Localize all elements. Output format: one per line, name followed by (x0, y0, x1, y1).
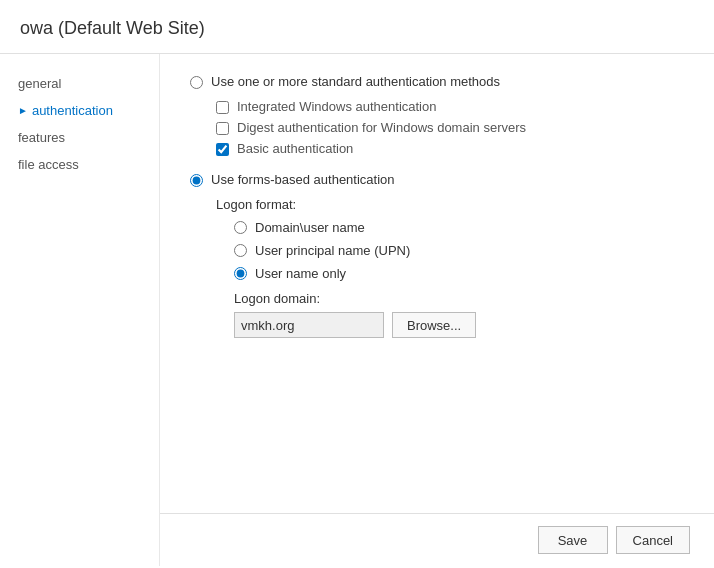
save-button[interactable]: Save (538, 526, 608, 554)
sidebar-item-general[interactable]: general (0, 70, 159, 97)
sidebar-item-label: authentication (32, 103, 113, 118)
standard-auth-label: Use one or more standard authentication … (211, 74, 500, 89)
digest-item: Digest authentication for Windows domain… (216, 120, 684, 135)
browse-button[interactable]: Browse... (392, 312, 476, 338)
username-only-radio[interactable] (234, 267, 247, 280)
forms-auth-section: Use forms-based authentication Logon for… (190, 172, 684, 338)
standard-auth-radio[interactable] (190, 76, 203, 89)
domain-user-label: Domain\user name (255, 220, 365, 235)
sidebar-item-features[interactable]: features (0, 124, 159, 151)
forms-auth-radio[interactable] (190, 174, 203, 187)
upn-item: User principal name (UPN) (234, 243, 684, 258)
logon-domain-input[interactable] (234, 312, 384, 338)
basic-checkbox[interactable] (216, 143, 229, 156)
standard-auth-group: Integrated Windows authentication Digest… (216, 99, 684, 156)
sidebar-item-authentication[interactable]: ► authentication (0, 97, 159, 124)
sidebar-item-label: general (18, 76, 61, 91)
basic-item: Basic authentication (216, 141, 684, 156)
sidebar-item-file-access[interactable]: file access (0, 151, 159, 178)
arrow-icon: ► (18, 105, 28, 116)
basic-label: Basic authentication (237, 141, 353, 156)
cancel-button[interactable]: Cancel (616, 526, 690, 554)
page-title: owa (Default Web Site) (0, 0, 714, 54)
integrated-windows-checkbox[interactable] (216, 101, 229, 114)
integrated-windows-item: Integrated Windows authentication (216, 99, 684, 114)
logon-domain-label: Logon domain: (234, 291, 684, 306)
digest-label: Digest authentication for Windows domain… (237, 120, 526, 135)
digest-checkbox[interactable] (216, 122, 229, 135)
sidebar-item-label: file access (18, 157, 79, 172)
footer: Save Cancel (160, 513, 714, 566)
username-only-label: User name only (255, 266, 346, 281)
forms-auth-label: Use forms-based authentication (211, 172, 395, 187)
logon-format-label: Logon format: (216, 197, 684, 212)
logon-domain-row: Browse... (234, 312, 684, 338)
integrated-windows-label: Integrated Windows authentication (237, 99, 436, 114)
sidebar: general ► authentication features file a… (0, 54, 160, 566)
domain-user-radio[interactable] (234, 221, 247, 234)
upn-radio[interactable] (234, 244, 247, 257)
logon-format-options: Domain\user name User principal name (UP… (234, 220, 684, 281)
username-only-item: User name only (234, 266, 684, 281)
sidebar-item-label: features (18, 130, 65, 145)
logon-domain-section: Logon domain: Browse... (234, 291, 684, 338)
standard-auth-option: Use one or more standard authentication … (190, 74, 684, 89)
main-content: Use one or more standard authentication … (160, 54, 714, 566)
domain-user-item: Domain\user name (234, 220, 684, 235)
forms-auth-option: Use forms-based authentication (190, 172, 684, 187)
upn-label: User principal name (UPN) (255, 243, 410, 258)
